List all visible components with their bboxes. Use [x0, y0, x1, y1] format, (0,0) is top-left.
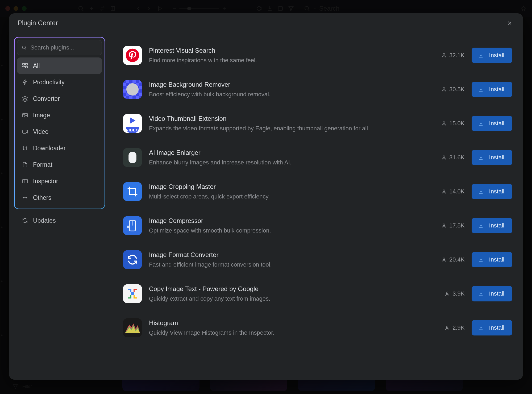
refresh-icon — [22, 217, 28, 224]
plugin-name: Image Format Converter — [149, 251, 423, 259]
panel-icon — [22, 178, 28, 184]
install-button[interactable]: Install — [472, 252, 512, 267]
category-all[interactable]: All — [17, 57, 102, 74]
sidebar-highlight-box: AllProductivityConverterImageVideoDownlo… — [14, 37, 105, 209]
user-icon — [444, 291, 450, 296]
category-converter[interactable]: Converter — [17, 90, 102, 107]
install-button[interactable]: Install — [472, 218, 512, 233]
user-icon — [441, 87, 447, 92]
plugin-list[interactable]: Pinterest Visual SearchFind more inspira… — [110, 33, 523, 380]
svg-point-19 — [443, 122, 445, 123]
plugin-user-count: 15.0K — [430, 120, 465, 127]
plugin-meta: AI Image EnlargerEnhance blurry images a… — [149, 149, 423, 166]
copy-text-icon — [123, 284, 142, 303]
svg-rect-7 — [23, 66, 24, 67]
updates-label: Updates — [33, 217, 56, 224]
download-icon — [478, 325, 484, 331]
svg-point-20 — [443, 156, 445, 157]
download-icon — [478, 189, 484, 194]
plugin-search-box[interactable] — [17, 40, 102, 55]
svg-point-18 — [443, 88, 445, 89]
format-converter-icon — [123, 250, 142, 269]
download-icon — [478, 155, 484, 160]
svg-rect-5 — [23, 63, 24, 65]
svg-point-10 — [24, 114, 25, 115]
install-button[interactable]: Install — [472, 116, 512, 131]
plugin-meta: Image Cropping MasterMulti-select crop a… — [149, 183, 423, 200]
sidebar-updates[interactable]: Updates — [14, 212, 105, 229]
plugin-name: Image Background Remover — [149, 81, 423, 88]
plugin-row[interactable]: VIDEOVideo Thumbnail ExtensionExpands th… — [123, 106, 512, 140]
updown-icon — [22, 145, 28, 151]
plugin-name: Image Compressor — [149, 217, 423, 225]
download-icon — [478, 223, 484, 229]
plugin-description: Expands the video formats supported by E… — [149, 125, 423, 132]
plugin-meta: Image Background RemoverBoost efficiency… — [149, 81, 423, 98]
modal-body: AllProductivityConverterImageVideoDownlo… — [9, 33, 523, 380]
svg-point-25 — [443, 258, 445, 260]
svg-rect-11 — [23, 130, 26, 133]
svg-rect-23 — [127, 226, 129, 228]
user-icon — [444, 325, 450, 330]
category-others[interactable]: Others — [17, 189, 102, 206]
plugin-center-modal: Plugin Center AllProductivityConverterIm… — [9, 13, 523, 380]
plugin-description: Optimize space with smooth bulk compress… — [149, 227, 423, 234]
install-button[interactable]: Install — [472, 48, 512, 63]
plugin-row[interactable]: Image CompressorOptimize space with smoo… — [123, 209, 512, 243]
plugin-row[interactable]: Pinterest Visual SearchFind more inspira… — [123, 38, 512, 72]
user-icon — [441, 53, 447, 58]
category-image[interactable]: Image — [17, 107, 102, 123]
plugin-row[interactable]: Image Cropping MasterMulti-select crop a… — [123, 175, 512, 209]
install-button[interactable]: Install — [472, 82, 512, 97]
grid-icon — [22, 63, 28, 69]
plugin-meta: Image Format ConverterFast and efficient… — [149, 251, 423, 268]
file-icon — [22, 161, 28, 168]
dots-icon — [22, 194, 28, 201]
plugin-sidebar: AllProductivityConverterImageVideoDownlo… — [9, 33, 110, 380]
download-icon — [478, 291, 484, 297]
plugin-user-count: 17.5K — [430, 222, 465, 229]
category-label: Productivity — [33, 79, 65, 86]
plugin-description: Quickly View Image Histograms in the Ins… — [149, 329, 423, 336]
plugin-user-count: 14.0K — [430, 188, 465, 195]
user-icon — [441, 155, 447, 160]
install-button[interactable]: Install — [472, 184, 512, 199]
plugin-row[interactable]: AI Image EnlargerEnhance blurry images a… — [123, 140, 512, 175]
category-productivity[interactable]: Productivity — [17, 74, 102, 90]
bg-remover-icon — [123, 80, 142, 99]
user-icon — [441, 223, 447, 228]
install-button[interactable]: Install — [472, 286, 512, 301]
modal-close-button[interactable] — [505, 18, 514, 28]
modal-header: Plugin Center — [9, 13, 523, 33]
category-label: Downloader — [33, 145, 66, 152]
svg-point-17 — [443, 53, 445, 55]
svg-point-15 — [26, 197, 27, 198]
plugin-row[interactable]: HistogramQuickly View Image Histograms i… — [123, 311, 512, 345]
plugin-user-count: 3.9K — [430, 290, 465, 297]
install-button[interactable]: Install — [472, 320, 512, 335]
plugin-row[interactable]: Image Format ConverterFast and efficient… — [123, 243, 512, 277]
download-icon — [478, 52, 484, 58]
plugin-row[interactable]: Copy Image Text - Powered by GoogleQuick… — [123, 277, 512, 311]
category-format[interactable]: Format — [17, 156, 102, 173]
download-icon — [478, 121, 484, 126]
plugin-description: Fast and efficient image format conversi… — [149, 261, 423, 268]
category-inspector[interactable]: Inspector — [17, 173, 102, 189]
category-downloader[interactable]: Downloader — [17, 140, 102, 156]
category-label: Image — [33, 112, 50, 119]
svg-rect-6 — [26, 63, 27, 65]
plugin-search-input[interactable] — [30, 44, 97, 51]
category-label: All — [33, 62, 40, 69]
category-video[interactable]: Video — [17, 123, 102, 140]
svg-rect-22 — [129, 220, 135, 231]
plugin-row[interactable]: Image Background RemoverBoost efficiency… — [123, 72, 512, 106]
svg-point-28 — [446, 326, 448, 328]
plugin-name: Pinterest Visual Search — [149, 47, 423, 54]
category-label: Inspector — [33, 178, 58, 185]
plugin-user-count: 30.5K — [430, 86, 465, 93]
install-button[interactable]: Install — [472, 150, 512, 165]
plugin-meta: HistogramQuickly View Image Histograms i… — [149, 319, 423, 336]
plugin-description: Find more inspirations with the same fee… — [149, 57, 423, 64]
close-icon — [507, 20, 513, 26]
bolt-icon — [22, 79, 28, 85]
